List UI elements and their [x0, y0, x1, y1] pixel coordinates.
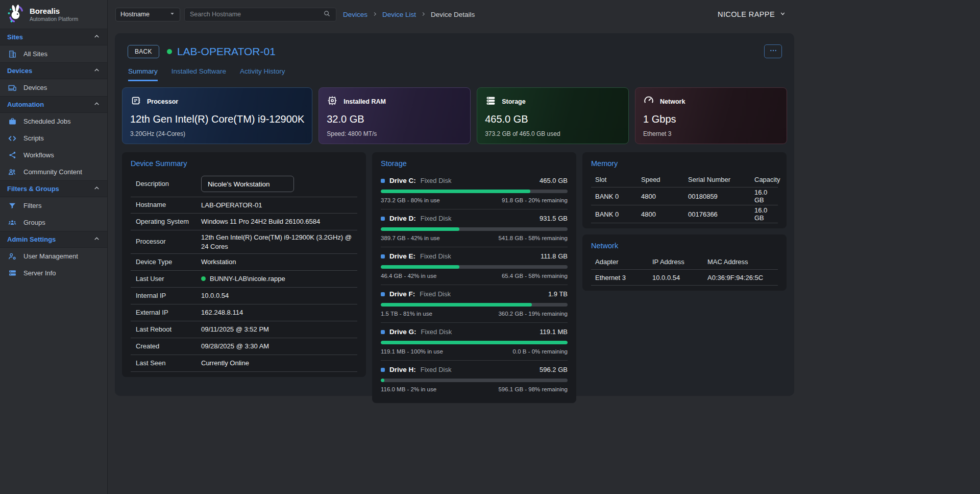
summary-row-os: Operating SystemWindows 11 Pro 24H2 Buil… — [131, 214, 357, 230]
stat-card-network: Network 1 Gbps Ethernet 3 — [635, 87, 787, 144]
sidebar-section-automation[interactable]: Automation — [0, 96, 107, 113]
device-summary-panel: Device Summary Description HostnameLAB-O… — [122, 152, 366, 377]
sidebar-section-filters-groups[interactable]: Filters & Groups — [0, 180, 107, 197]
online-status-dot — [167, 49, 172, 54]
storage-panel: Storage Drive C:Fixed Disk465.0 GB 373.2… — [372, 152, 576, 403]
summary-row-external-ip: External IP162.248.8.114 — [131, 304, 357, 321]
search-field-select[interactable]: Hostname — [115, 8, 180, 21]
memory-table-row: BANK 048000018085916.0 GB — [591, 187, 778, 205]
sidebar-item-groups[interactable]: Groups — [0, 214, 107, 231]
groups-icon — [8, 218, 17, 227]
chevron-right-icon — [421, 11, 426, 18]
summary-row-description: Description — [131, 173, 357, 197]
sidebar-item-scripts[interactable]: Scripts — [0, 130, 107, 147]
sidebar-item-label: User Management — [23, 252, 78, 260]
breadcrumb-devices[interactable]: Devices — [343, 11, 368, 18]
page-title: LAB-OPERATOR-01 — [167, 45, 276, 58]
filter-icon — [8, 202, 17, 210]
more-actions-button[interactable] — [764, 44, 782, 58]
online-status-dot — [201, 276, 206, 281]
server-icon — [8, 269, 17, 277]
section-label: Admin Settings — [7, 236, 56, 243]
topbar: Hostname Devices Device List Device Deta… — [108, 0, 794, 29]
drive-row-d: Drive D:Fixed Disk931.5 GB 389.7 GB - 42… — [381, 209, 568, 247]
sidebar-item-scheduled-jobs[interactable]: Scheduled Jobs — [0, 113, 107, 130]
drive-usage-bar — [381, 303, 568, 307]
device-details-panel: BACK LAB-OPERATOR-01 Summary Installed S… — [115, 33, 794, 396]
community-icon — [8, 168, 17, 177]
panel-title: Storage — [381, 159, 568, 168]
stat-card-title: Installed RAM — [344, 98, 386, 105]
drive-bullet-icon — [381, 292, 385, 296]
chevron-up-icon — [93, 101, 100, 109]
section-label: Filters & Groups — [7, 185, 59, 193]
summary-row-device-type: Device TypeWorkstation — [131, 254, 357, 271]
sidebar-item-filters[interactable]: Filters — [0, 197, 107, 214]
app-logo[interactable]: Borealis Automation Platform — [0, 0, 107, 29]
chevron-down-icon — [779, 10, 786, 18]
network-table-header: AdapterIP AddressMAC Address — [591, 254, 778, 270]
drive-row-f: Drive F:Fixed Disk1.9 TB 1.5 TB - 81% in… — [381, 285, 568, 323]
section-label: Devices — [7, 67, 32, 75]
section-label: Automation — [7, 101, 44, 108]
sidebar-item-community-content[interactable]: Community Content — [0, 163, 107, 180]
sidebar-item-server-info[interactable]: Server Info — [0, 265, 107, 281]
sidebar-item-workflows[interactable]: Workflows — [0, 147, 107, 163]
sidebar-item-label: Filters — [23, 202, 41, 209]
tab-summary[interactable]: Summary — [128, 67, 158, 81]
breadcrumb-device-list[interactable]: Device List — [382, 11, 416, 18]
sidebar-item-devices[interactable]: Devices — [0, 79, 107, 96]
drive-usage-bar — [381, 379, 568, 382]
search-box — [184, 8, 336, 21]
stat-card-sub: 3.20GHz (24-Cores) — [130, 130, 304, 137]
summary-row-internal-ip: Internal IP10.0.0.54 — [131, 288, 357, 304]
sidebar-item-label: Server Info — [23, 269, 56, 277]
sidebar-section-sites[interactable]: Sites — [0, 29, 107, 45]
drive-bullet-icon — [381, 368, 385, 372]
workflow-icon — [8, 151, 17, 159]
main-area: Hostname Devices Device List Device Deta… — [108, 0, 794, 494]
drive-row-g: Drive G:Fixed Disk119.1 MB 119.1 MB - 10… — [381, 323, 568, 361]
description-input[interactable] — [201, 176, 294, 192]
memory-table-row: BANK 048000017636616.0 GB — [591, 205, 778, 223]
section-label: Sites — [7, 33, 23, 41]
drive-bullet-icon — [381, 330, 385, 334]
panel-title: Device Summary — [131, 159, 357, 168]
sidebar-item-label: All Sites — [23, 50, 47, 58]
stat-cards: Processor 12th Gen Intel(R) Core(TM) i9-… — [122, 87, 787, 144]
drive-row-c: Drive C:Fixed Disk465.0 GB 373.2 GB - 80… — [381, 172, 568, 209]
drive-bullet-icon — [381, 217, 385, 221]
summary-row-last-reboot: Last Reboot09/11/2025 @ 3:52 PM — [131, 321, 357, 338]
network-panel: Network AdapterIP AddressMAC Address Eth… — [582, 234, 787, 291]
drive-row-e: Drive E:Fixed Disk111.8 GB 46.4 GB - 42%… — [381, 247, 568, 285]
brand-subtitle: Automation Platform — [30, 16, 78, 22]
tab-installed-software[interactable]: Installed Software — [172, 67, 226, 81]
stat-card-value: 12th Gen Intel(R) Core(TM) i9-12900K — [130, 113, 304, 125]
device-tabs: Summary Installed Software Activity Hist… — [122, 59, 787, 81]
building-icon — [8, 50, 17, 58]
stat-card-installed-ram: Installed RAM 32.0 GB Speed: 4800 MT/s — [318, 87, 471, 144]
chevron-up-icon — [93, 33, 100, 41]
user-name: NICOLE RAPPE — [718, 10, 775, 18]
search-input[interactable] — [190, 11, 323, 18]
sidebar-item-all-sites[interactable]: All Sites — [0, 45, 107, 62]
ellipsis-icon — [769, 46, 777, 57]
memory-table-header: SlotSpeedSerial NumberCapacity — [591, 172, 778, 187]
summary-row-created: Created09/28/2025 @ 3:30 AM — [131, 338, 357, 355]
stat-card-value: 1 Gbps — [643, 113, 779, 125]
sidebar-item-user-management[interactable]: User Management — [0, 248, 107, 265]
back-button[interactable]: BACK — [128, 45, 159, 58]
network-table-row: Ethernet 310.0.0.54A0:36:9F:94:26:5C — [591, 270, 778, 286]
sidebar-item-label: Scripts — [23, 134, 44, 142]
user-gear-icon — [8, 252, 17, 261]
right-column: Memory SlotSpeedSerial NumberCapacity BA… — [582, 152, 787, 291]
tab-activity-history[interactable]: Activity History — [240, 67, 285, 81]
sidebar-item-label: Scheduled Jobs — [23, 117, 71, 125]
stat-card-value: 32.0 GB — [327, 113, 462, 125]
summary-row-last-seen: Last SeenCurrently Online — [131, 355, 357, 372]
summary-row-last-user: Last User BUNNY-LAB\nicole.rappe — [131, 271, 357, 288]
brand-name: Borealis — [30, 7, 78, 15]
sidebar-section-admin-settings[interactable]: Admin Settings — [0, 231, 107, 248]
sidebar-section-devices[interactable]: Devices — [0, 62, 107, 79]
user-menu[interactable]: NICOLE RAPPE — [718, 10, 786, 18]
